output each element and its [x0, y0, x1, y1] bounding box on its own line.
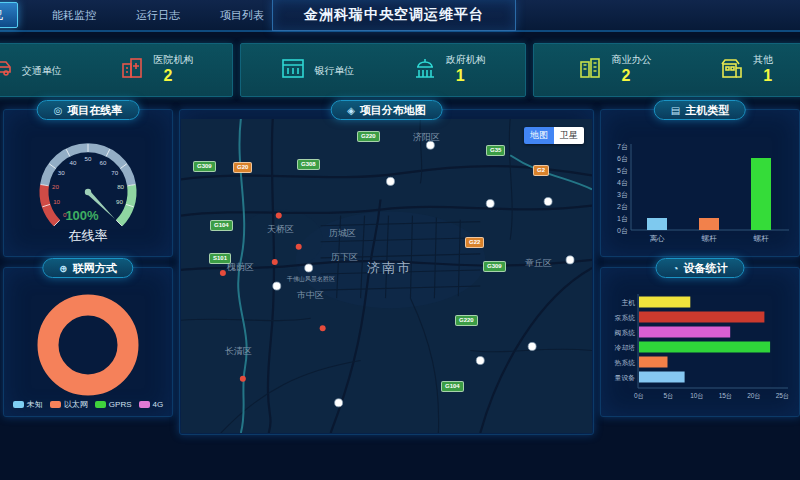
svg-text:5台: 5台 [617, 167, 628, 175]
car-icon [0, 55, 14, 85]
tab-project-list[interactable]: 项目列表 [214, 0, 270, 30]
svg-text:3台: 3台 [617, 191, 628, 199]
panel-project-map: ◈ 项目分布地图 [179, 109, 594, 435]
panel-title: 项目分布地图 [360, 103, 426, 118]
road-badge: G35 [486, 145, 505, 156]
svg-text:15台: 15台 [719, 392, 733, 400]
svg-text:90: 90 [116, 198, 123, 205]
road-badge: G220 [357, 131, 380, 142]
top-nav: 概况 能耗监控 运行日志 项目列表 视频监控 金洲科瑞中央空调运维平台 [0, 0, 800, 32]
panel-map-header: ◈ 项目分布地图 [330, 100, 443, 120]
map-district-label: 天桥区 [267, 223, 294, 236]
svg-text:20台: 20台 [747, 392, 761, 400]
panel-device-stats-header: ◔ 设备统计 [655, 258, 744, 278]
stat-label: 商业办公 [611, 53, 651, 66]
panel-title: 设备统计 [684, 261, 728, 276]
road-badge: G2 [533, 165, 549, 176]
building-icon [719, 55, 745, 85]
stat-label: 其他 [753, 53, 773, 66]
stat-value: 1 [753, 66, 773, 87]
stats-row: 交通单位 医院机构 2 银行单位 [0, 43, 800, 97]
stat-bank: 银行单位 [280, 55, 354, 85]
panel-network-mode: ⊕ 联网方式 未知 以太网 GPRS 4G [3, 267, 173, 417]
gauge-value: 100% [65, 208, 99, 223]
stat-label: 交通单位 [22, 64, 62, 77]
svg-text:70: 70 [111, 169, 118, 176]
svg-text:1台: 1台 [617, 215, 628, 223]
svg-text:热系统: 热系统 [615, 359, 636, 367]
tab-run-log[interactable]: 运行日志 [130, 0, 186, 30]
panel-host-type: ▤ 主机类型 0台 1台 2台 3台 4台 5台 [600, 109, 800, 257]
panel-title: 主机类型 [685, 103, 729, 118]
dashboard-page: 概况 能耗监控 运行日志 项目列表 视频监控 金洲科瑞中央空调运维平台 交通单位 [0, 0, 800, 480]
map-district-label: 历下区 [331, 251, 358, 264]
panel-online-rate: ◎ 项目在线率 [3, 109, 173, 257]
svg-text:10: 10 [53, 198, 60, 205]
road-badge: G308 [297, 159, 320, 170]
bank-icon [280, 55, 306, 85]
platform-title-box: 金洲科瑞中央空调运维平台 [272, 0, 516, 31]
road-badge: G20 [233, 162, 252, 173]
bar-screw-2 [751, 158, 771, 230]
road-badge: S101 [209, 253, 231, 264]
stat-value: 2 [611, 66, 651, 87]
right-column: ▤ 主机类型 0台 1台 2台 3台 4台 5台 [600, 109, 800, 417]
map-poi-label: 千佛山风景名胜区 [287, 275, 335, 284]
government-icon [412, 55, 438, 85]
map-canvas[interactable]: 济南市 历城区 历下区 天桥区 市中区 槐荫区 长清区 济阳区 章丘区 千佛山风… [181, 119, 592, 433]
svg-text:0台: 0台 [634, 392, 644, 400]
panel-title: 项目在线率 [67, 103, 122, 118]
tab-energy-monitor[interactable]: 能耗监控 [46, 0, 102, 30]
svg-text:阀系统: 阀系统 [615, 329, 636, 337]
satellite-button[interactable]: 卫星 [554, 127, 584, 144]
map-button[interactable]: 地图 [524, 127, 554, 144]
stat-government: 政府机构 1 [412, 53, 486, 87]
svg-text:40: 40 [70, 159, 77, 166]
office-icon [577, 55, 603, 85]
map-district-label: 章丘区 [525, 257, 552, 270]
svg-text:0台: 0台 [617, 227, 628, 235]
road-badge: G309 [193, 161, 216, 172]
svg-text:6台: 6台 [617, 155, 628, 163]
map-icon: ◈ [347, 105, 355, 116]
road-badge: G22 [465, 237, 484, 248]
svg-text:螺杆: 螺杆 [702, 234, 718, 243]
stat-value: 2 [153, 66, 193, 87]
map-district-label: 市中区 [297, 289, 324, 302]
svg-text:冷却塔: 冷却塔 [615, 344, 636, 352]
svg-text:4台: 4台 [617, 179, 628, 187]
main-area: ◎ 项目在线率 [0, 97, 800, 435]
bar-pump-system [639, 312, 764, 323]
svg-text:主机: 主机 [621, 299, 635, 306]
svg-text:螺杆: 螺杆 [754, 234, 770, 243]
bar-host [639, 297, 690, 308]
svg-text:5台: 5台 [663, 392, 673, 400]
svg-text:30: 30 [58, 169, 65, 176]
network-legend: 未知 以太网 GPRS 4G [13, 399, 163, 414]
svg-text:7台: 7台 [617, 143, 628, 151]
road-badge: G220 [455, 315, 478, 326]
bar-screw-1 [699, 218, 719, 230]
stat-label: 银行单位 [314, 64, 354, 77]
bar-heat-system [639, 357, 668, 368]
tab-overview[interactable]: 概况 [0, 2, 18, 28]
stat-traffic: 交通单位 [0, 55, 62, 85]
monitor-icon: ▤ [671, 105, 680, 116]
hospital-icon [119, 55, 145, 85]
svg-text:20: 20 [52, 183, 59, 190]
svg-text:量设备: 量设备 [615, 374, 636, 382]
host-type-bar-chart: 0台 1台 2台 3台 4台 5台 6台 7台 [603, 122, 797, 254]
road-badge: G309 [483, 261, 506, 272]
bar-centrifugal [647, 218, 667, 230]
stat-other: 其他 1 [719, 53, 773, 87]
bar-metering-device [639, 372, 685, 383]
stat-card-2: 银行单位 政府机构 1 [240, 43, 525, 97]
stat-card-3: 商业办公 2 其他 1 [533, 43, 800, 97]
panel-device-stats: ◔ 设备统计 主机 泵系统 阀系统 冷却塔 热系统 量设备 [600, 267, 800, 417]
map-district-label: 槐荫区 [227, 261, 254, 274]
road-badge: G104 [210, 220, 233, 231]
device-stats-bar-chart: 主机 泵系统 阀系统 冷却塔 热系统 量设备 [603, 280, 797, 414]
panel-host-type-header: ▤ 主机类型 [654, 100, 746, 120]
panel-online-rate-header: ◎ 项目在线率 [37, 100, 140, 120]
gauge-caption: 在线率 [69, 228, 108, 243]
